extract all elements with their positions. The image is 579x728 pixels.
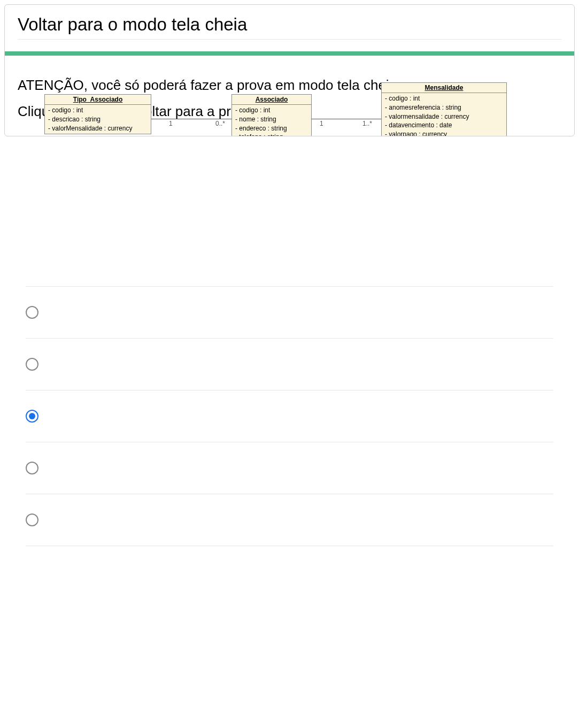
radio-button[interactable] bbox=[26, 306, 38, 319]
uml-multiplicity: 1 bbox=[320, 120, 323, 127]
radio-button[interactable] bbox=[26, 410, 38, 423]
answer-option-c[interactable] bbox=[26, 390, 553, 442]
card-header: Voltar para o modo tela cheia bbox=[5, 5, 574, 45]
radio-button[interactable] bbox=[26, 358, 38, 371]
answer-option-d[interactable] bbox=[26, 442, 553, 494]
answer-option-a[interactable] bbox=[26, 286, 553, 338]
uml-multiplicity: 0..* bbox=[215, 120, 225, 127]
green-accent-bar bbox=[5, 51, 574, 56]
radio-button[interactable] bbox=[26, 514, 38, 526]
card-title: Voltar para o modo tela cheia bbox=[18, 14, 561, 40]
uml-multiplicity: 1 bbox=[169, 120, 173, 127]
answer-option-b[interactable] bbox=[26, 338, 553, 390]
card-body: ATENÇÃO, você só poderá fazer a prova em… bbox=[5, 56, 574, 136]
fullscreen-warning-card: Voltar para o modo tela cheia ATENÇÃO, v… bbox=[4, 4, 575, 136]
answer-options bbox=[0, 286, 579, 546]
radio-button[interactable] bbox=[26, 462, 38, 474]
warning-line-2: Clique abaixo para voltar para a prova. bbox=[18, 103, 561, 120]
answer-option-e[interactable] bbox=[26, 494, 553, 546]
warning-line-1: ATENÇÃO, você só poderá fazer a prova em… bbox=[18, 77, 561, 94]
uml-multiplicity: 1..* bbox=[362, 120, 372, 127]
